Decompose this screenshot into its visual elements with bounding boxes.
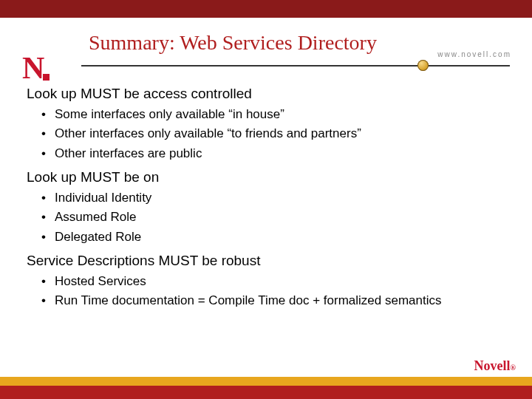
list-item: Run Time documentation = Compile Time do…	[55, 291, 505, 310]
section-heading: Service Descriptions MUST be robust	[27, 253, 505, 269]
section-heading: Look up MUST be on	[27, 169, 505, 185]
site-url: www.novell.com	[437, 50, 511, 58]
section-heading: Look up MUST be access controlled	[27, 86, 505, 102]
logo-dot	[43, 74, 50, 81]
list-item: Individual Identity	[55, 188, 505, 208]
divider-ball-icon	[417, 60, 429, 71]
slide-body: Look up MUST be access controlled Some i…	[0, 66, 532, 311]
list-item: Other interfaces are public	[55, 144, 505, 163]
list-item: Assumed Role	[55, 208, 505, 227]
list-item: Hosted Services	[55, 272, 505, 291]
footer-accent	[0, 377, 532, 399]
title-divider	[81, 65, 510, 66]
novell-wordmark: Novell®	[474, 358, 516, 374]
list-item: Delegated Role	[55, 228, 505, 247]
footer-bar-red	[0, 386, 532, 399]
list-item: Some interfaces only available “in house…	[55, 105, 505, 124]
top-accent-bar	[0, 0, 532, 18]
list-item: Other interfaces only available “to frie…	[55, 124, 505, 143]
footer-bar-yellow	[0, 377, 532, 386]
